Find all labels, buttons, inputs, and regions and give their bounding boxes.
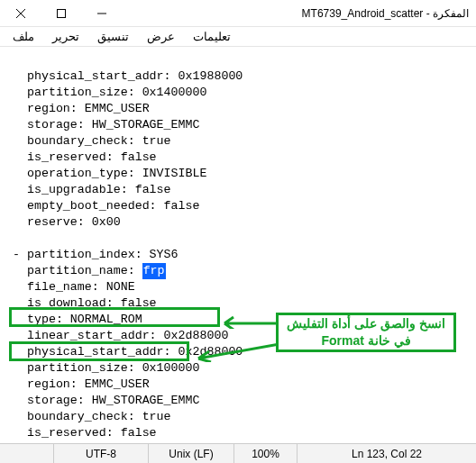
- menu-format[interactable]: تنسيق: [88, 28, 138, 45]
- code-line: physical_start_addr: 0x1988000: [13, 69, 243, 83]
- selected-text: frp: [142, 263, 166, 279]
- code-line: empty_boot_needed: false: [13, 199, 199, 213]
- menu-help[interactable]: تعليمات: [184, 28, 240, 45]
- code-line: is_download: false: [13, 296, 157, 310]
- code-line: operation_type: INVISIBLE: [13, 167, 206, 180]
- code-line: is_upgradable: false: [13, 183, 171, 196]
- maximize-icon: [57, 9, 66, 18]
- code-line: file_name: NONE: [13, 280, 135, 294]
- code-line: type: NORMAL_ROM: [13, 313, 142, 326]
- close-icon: [16, 9, 25, 18]
- code-line: boundary_check: true: [13, 134, 171, 148]
- status-bar: UTF-8 Unix (LF) 100% Ln 123, Col 22: [0, 443, 476, 463]
- menu-view[interactable]: عرض: [138, 28, 184, 45]
- code-line: storage: HW_STORAGE_EMMC: [13, 394, 199, 407]
- code-line: partition_size: 0x100000: [13, 361, 199, 375]
- code-line: partition_size: 0x1400000: [13, 86, 206, 99]
- code-line: physical_start_addr: 0x2d88000: [13, 345, 243, 359]
- text-editor[interactable]: physical_start_addr: 0x1988000 partition…: [0, 47, 476, 443]
- code-line: linear_start_addr: 0x2d88000: [13, 329, 228, 342]
- code-line: is_reserved: false: [13, 150, 157, 164]
- annotation-callout: انسخ والصق على أداة التفليش في خانة Form…: [276, 313, 456, 352]
- minimize-icon: [97, 9, 106, 18]
- status-position: Ln 123, Col 22: [298, 444, 476, 463]
- code-line: boundary_check: true: [13, 410, 171, 423]
- code-line: partition_name: frp: [13, 264, 166, 277]
- code-line: storage: HW_STORAGE_EMMC: [13, 118, 199, 132]
- status-zoom: 100%: [234, 444, 298, 463]
- code-line: region: EMMC_USER: [13, 377, 150, 391]
- svg-rect-0: [57, 9, 65, 17]
- code-line: is_reserved: false: [13, 426, 157, 440]
- code-line: reserve: 0x00: [13, 215, 121, 229]
- title-bar: MT6739_Android_scatter - المفكرة: [0, 0, 476, 27]
- status-spacer: [0, 444, 54, 463]
- status-encoding: UTF-8: [54, 444, 149, 463]
- maximize-button[interactable]: [41, 0, 81, 27]
- code-line: region: EMMC_USER: [13, 102, 150, 115]
- code-line: - partition_index: SYS6: [13, 248, 178, 261]
- close-button[interactable]: [0, 0, 41, 27]
- menu-file[interactable]: ملف: [4, 28, 43, 45]
- status-lineending: Unix (LF): [149, 444, 234, 463]
- window-title: MT6739_Android_scatter - المفكرة: [122, 7, 476, 20]
- menu-edit[interactable]: تحرير: [43, 28, 88, 45]
- code-line: [13, 232, 20, 245]
- menu-bar: ملف تحرير تنسيق عرض تعليمات: [0, 27, 476, 47]
- minimize-button[interactable]: [81, 0, 122, 27]
